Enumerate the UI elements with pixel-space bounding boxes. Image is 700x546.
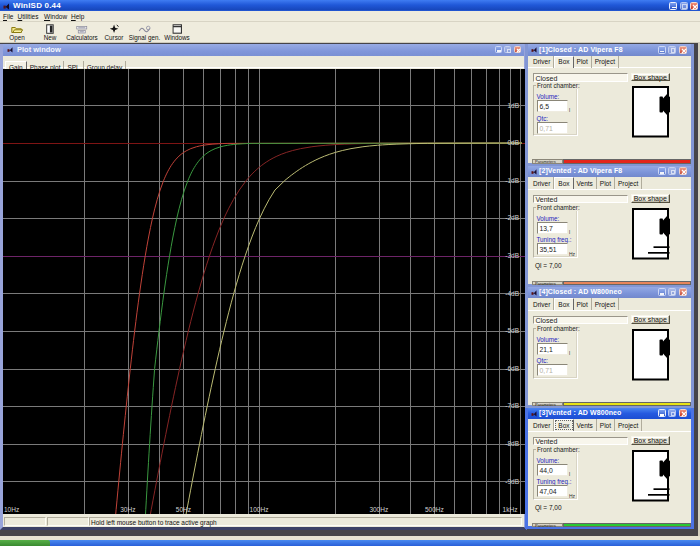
svg-text:1dB: 1dB (507, 102, 519, 109)
svg-text:-3dB: -3dB (505, 252, 519, 259)
svg-text:-1dB: -1dB (505, 177, 519, 184)
svg-text:-6dB: -6dB (505, 365, 519, 372)
svg-text:30Hz: 30Hz (120, 506, 135, 513)
svg-text:1kHz: 1kHz (503, 506, 518, 513)
svg-text:-5dB: -5dB (505, 327, 519, 334)
svg-text:0dB: 0dB (507, 139, 519, 146)
svg-text:500Hz: 500Hz (425, 506, 444, 513)
svg-text:50Hz: 50Hz (176, 506, 191, 513)
svg-text:10Hz: 10Hz (4, 506, 19, 513)
svg-text:-9dB: -9dB (505, 478, 519, 485)
svg-text:300Hz: 300Hz (369, 506, 388, 513)
svg-text:-8dB: -8dB (505, 440, 519, 447)
svg-text:-2dB: -2dB (505, 214, 519, 221)
svg-text:100Hz: 100Hz (250, 506, 269, 513)
svg-text:-4dB: -4dB (505, 290, 519, 297)
svg-text:-7dB: -7dB (505, 402, 519, 409)
